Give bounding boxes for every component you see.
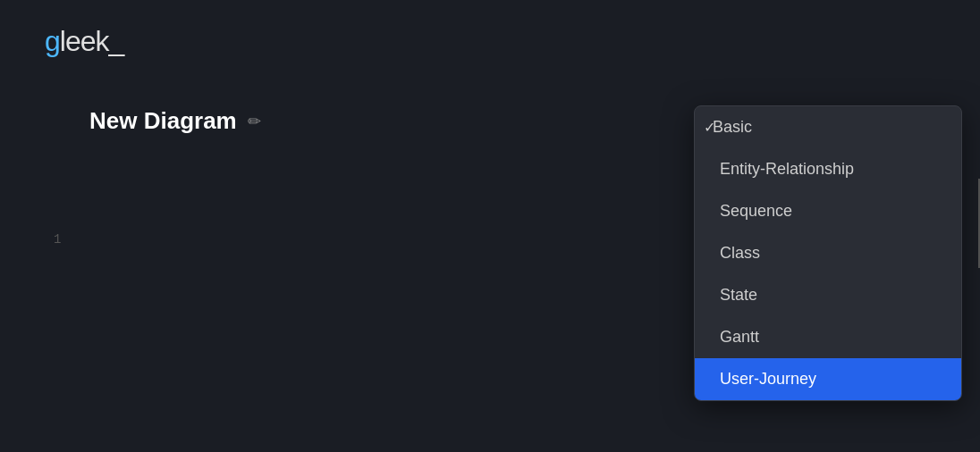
checkmark-icon: ✓ bbox=[704, 119, 715, 136]
menu-item-user-journey[interactable]: User-Journey bbox=[695, 358, 961, 400]
menu-item-basic[interactable]: ✓Basic bbox=[695, 106, 961, 148]
menu-item-label: State bbox=[720, 286, 757, 305]
logo-text: gleek_ bbox=[45, 25, 123, 58]
logo-g: g bbox=[45, 25, 60, 57]
title-area: New Diagram ✏ bbox=[89, 107, 261, 135]
menu-item-label: Basic bbox=[713, 118, 752, 137]
logo: gleek_ bbox=[45, 25, 123, 58]
menu-item-label: User-Journey bbox=[720, 370, 816, 389]
edit-icon[interactable]: ✏ bbox=[248, 112, 261, 131]
menu-item-label: Sequence bbox=[720, 202, 792, 221]
menu-item-gantt[interactable]: Gantt bbox=[695, 316, 961, 358]
menu-item-state[interactable]: State bbox=[695, 274, 961, 316]
menu-item-sequence[interactable]: Sequence bbox=[695, 190, 961, 232]
menu-item-class[interactable]: Class bbox=[695, 232, 961, 274]
menu-item-label: Entity-Relationship bbox=[720, 160, 854, 179]
menu-item-label: Class bbox=[720, 244, 760, 263]
menu-item-entity-relationship[interactable]: Entity-Relationship bbox=[695, 148, 961, 190]
menu-item-label: Gantt bbox=[720, 328, 759, 347]
page-title: New Diagram bbox=[89, 107, 237, 135]
line-number-1: 1 bbox=[54, 232, 61, 247]
logo-rest: leek_ bbox=[60, 25, 124, 57]
diagram-type-dropdown: ✓BasicEntity-RelationshipSequenceClassSt… bbox=[694, 105, 962, 401]
